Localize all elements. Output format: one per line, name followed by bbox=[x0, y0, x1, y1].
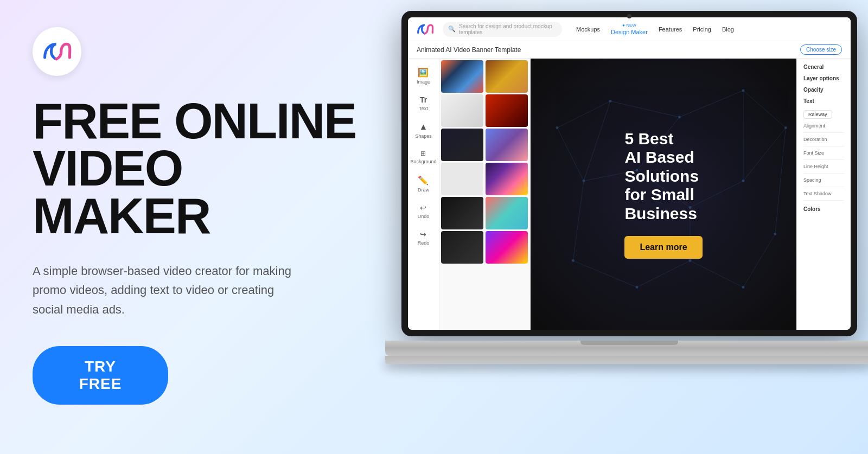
media-thumb-11[interactable] bbox=[441, 231, 483, 264]
app-body: 🖼️ Image Tr Text ▲ Shapes ⊞ bbox=[408, 59, 851, 330]
nav-badge: ● NEW bbox=[622, 23, 636, 28]
svg-line-3 bbox=[743, 91, 786, 128]
prop-colors: Colors bbox=[803, 206, 844, 212]
svg-line-0 bbox=[557, 101, 610, 128]
nav-design-maker-group: ● NEW Design Maker bbox=[611, 23, 648, 35]
app-toolbar: 🖼️ Image Tr Text ▲ Shapes ⊞ bbox=[408, 59, 439, 330]
preview-headline: 5 BestAI BasedSolutionsfor SmallBusiness bbox=[624, 130, 702, 223]
prop-text-shadow: Text Shadow bbox=[803, 191, 844, 201]
media-thumb-7[interactable] bbox=[441, 163, 483, 195]
laptop-screen-bezel: 🔍 Search for design and product mockup t… bbox=[401, 11, 857, 336]
toolbar-background[interactable]: ⊞ Background bbox=[408, 146, 438, 168]
media-thumb-12[interactable] bbox=[486, 231, 528, 264]
font-selector[interactable]: Raleway bbox=[803, 108, 844, 119]
prop-decoration: Decoration bbox=[803, 137, 844, 146]
prop-font-size: Font Size bbox=[803, 150, 844, 160]
laptop-mockup: 🔍 Search for design and product mockup t… bbox=[385, 11, 868, 445]
toolbar-shapes[interactable]: ▲ Shapes bbox=[413, 119, 434, 142]
svg-line-4 bbox=[557, 128, 584, 181]
svg-point-28 bbox=[572, 259, 575, 262]
media-thumb-8[interactable] bbox=[486, 163, 528, 195]
prop-text: Text bbox=[803, 98, 844, 104]
prop-layer-options: Layer options bbox=[803, 75, 844, 81]
app-title-bar: Animated AI Video Banner Template Choose… bbox=[408, 41, 851, 59]
prop-general: General bbox=[803, 64, 844, 70]
brand-logo bbox=[42, 41, 72, 62]
preview-canvas: 5 BestAI BasedSolutionsfor SmallBusiness… bbox=[531, 59, 796, 330]
svg-point-27 bbox=[742, 180, 745, 182]
media-thumb-5[interactable] bbox=[441, 129, 483, 161]
media-panel bbox=[439, 59, 531, 330]
try-free-button[interactable]: TRY FREE bbox=[33, 346, 168, 405]
svg-line-17 bbox=[584, 101, 610, 181]
app-logo-icon bbox=[417, 23, 434, 35]
draw-icon: ✏️ bbox=[418, 175, 429, 186]
nav-pricing[interactable]: Pricing bbox=[693, 26, 711, 33]
svg-point-23 bbox=[784, 126, 787, 129]
nav-mockups[interactable]: Mockups bbox=[576, 26, 600, 33]
svg-line-15 bbox=[775, 128, 786, 234]
left-section: FREE ONLINE VIDEO MAKER A simple browser… bbox=[0, 0, 391, 454]
media-grid bbox=[439, 59, 530, 265]
nav-blog[interactable]: Blog bbox=[722, 26, 734, 33]
logo-container bbox=[33, 27, 81, 76]
prop-alignment: Alignment bbox=[803, 123, 844, 133]
preview-content: 5 BestAI BasedSolutionsfor SmallBusiness… bbox=[531, 59, 796, 330]
svg-point-24 bbox=[583, 180, 585, 182]
app-navbar: 🔍 Search for design and product mockup t… bbox=[408, 17, 851, 41]
redo-icon: ↪ bbox=[420, 230, 426, 239]
svg-line-9 bbox=[743, 128, 786, 181]
laptop-screen: 🔍 Search for design and product mockup t… bbox=[408, 17, 851, 330]
svg-point-20 bbox=[609, 100, 612, 103]
toolbar-image[interactable]: 🖼️ Image bbox=[414, 64, 432, 88]
svg-point-31 bbox=[742, 286, 745, 289]
undo-icon: ↩ bbox=[420, 203, 426, 212]
learn-more-button[interactable]: Learn more bbox=[624, 236, 702, 259]
svg-line-1 bbox=[610, 101, 679, 117]
toolbar-undo[interactable]: ↩ Undo bbox=[416, 200, 432, 222]
svg-point-22 bbox=[742, 89, 745, 92]
laptop-base-notch bbox=[580, 341, 678, 345]
media-thumb-3[interactable] bbox=[441, 94, 483, 127]
hero-title: FREE ONLINE VIDEO MAKER bbox=[33, 98, 358, 240]
svg-point-21 bbox=[678, 116, 681, 118]
image-icon: 🖼️ bbox=[418, 67, 429, 78]
search-icon: 🔍 bbox=[448, 25, 456, 33]
svg-point-29 bbox=[636, 286, 639, 289]
svg-point-32 bbox=[774, 233, 776, 235]
prop-line-height: Line Height bbox=[803, 164, 844, 174]
laptop-foot bbox=[385, 356, 868, 364]
nav-design-maker[interactable]: Design Maker bbox=[611, 29, 648, 35]
font-badge: Raleway bbox=[803, 110, 832, 119]
laptop-camera bbox=[627, 14, 631, 18]
media-thumb-9[interactable] bbox=[441, 197, 483, 229]
media-thumb-4[interactable] bbox=[486, 94, 528, 127]
background-icon: ⊞ bbox=[420, 150, 426, 157]
prop-opacity: Opacity bbox=[803, 87, 844, 93]
text-icon: Tr bbox=[420, 95, 427, 104]
toolbar-text[interactable]: Tr Text bbox=[417, 92, 430, 114]
template-title: Animated AI Video Banner Template bbox=[417, 46, 521, 54]
hero-subtitle: A simple browser-based video creator for… bbox=[33, 261, 293, 319]
choose-size-button[interactable]: Choose size bbox=[800, 44, 842, 55]
svg-line-14 bbox=[743, 234, 775, 287]
toolbar-redo[interactable]: ↪ Redo bbox=[416, 227, 432, 249]
toolbar-draw[interactable]: ✏️ Draw bbox=[416, 172, 431, 196]
svg-line-2 bbox=[679, 91, 743, 117]
app-search-bar[interactable]: 🔍 Search for design and product mockup t… bbox=[443, 22, 562, 37]
properties-panel: General Layer options Opacity Text Ralew… bbox=[796, 59, 851, 330]
preview-text-block: 5 BestAI BasedSolutionsfor SmallBusiness… bbox=[614, 119, 713, 270]
svg-point-19 bbox=[556, 126, 559, 129]
prop-spacing: Spacing bbox=[803, 177, 844, 187]
app-nav-items: Mockups ● NEW Design Maker Features Pric… bbox=[576, 23, 734, 35]
media-thumb-2[interactable] bbox=[486, 60, 528, 93]
media-thumb-6[interactable] bbox=[486, 129, 528, 161]
search-placeholder: Search for design and product mockup tem… bbox=[459, 23, 557, 35]
media-thumb-10[interactable] bbox=[486, 197, 528, 229]
nav-features[interactable]: Features bbox=[659, 26, 682, 33]
laptop-outer: 🔍 Search for design and product mockup t… bbox=[385, 11, 868, 423]
svg-line-10 bbox=[573, 181, 584, 261]
laptop-base bbox=[385, 341, 868, 356]
media-thumb-1[interactable] bbox=[441, 60, 483, 93]
shapes-icon: ▲ bbox=[419, 122, 428, 132]
